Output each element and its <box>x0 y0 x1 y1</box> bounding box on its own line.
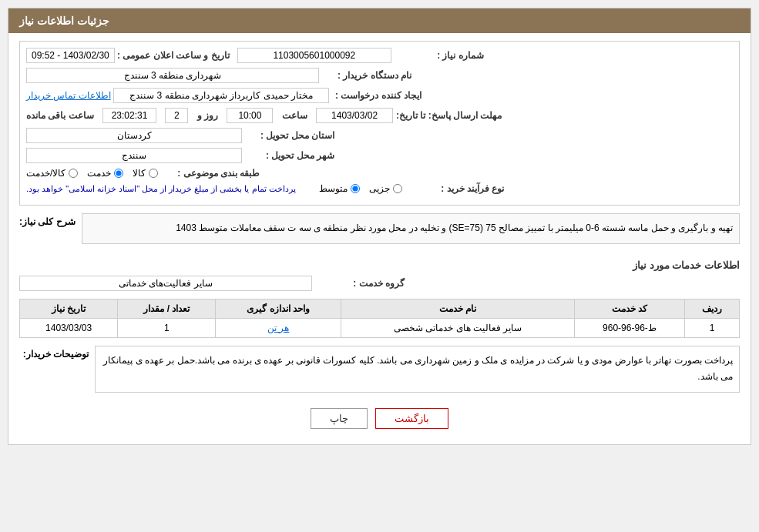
process-row: نوع فرآیند خرید : جزیی متوسط پرداخت تمام… <box>26 183 733 194</box>
page-content: شماره نیاز : 1103005601000092 تاریخ و سا… <box>8 33 751 444</box>
buyer-note-label: توضیحات خریدار: <box>19 346 89 360</box>
process-motavasset-group: متوسط <box>319 183 360 194</box>
category-both-radio[interactable] <box>69 169 78 178</box>
table-section: ردیف کد خدمت نام خدمت واحد اندازه گیری ت… <box>19 299 740 338</box>
category-kala-radio[interactable] <box>149 169 158 178</box>
process-jozi-label: جزیی <box>369 183 390 194</box>
col-date: تاریخ نیاز <box>20 299 118 318</box>
creator-row: ایجاد کننده درخواست : مختار حمیدی کاربرد… <box>26 88 733 103</box>
process-motavasset-radio[interactable] <box>351 184 360 193</box>
announce-date-label: تاریخ و ساعت اعلان عمومی : <box>117 50 230 61</box>
province-row: استان محل تحویل : کردستان <box>26 128 733 143</box>
services-title: اطلاعات خدمات مورد نیاز <box>19 259 740 271</box>
services-table: ردیف کد خدمت نام خدمت واحد اندازه گیری ت… <box>19 299 740 338</box>
province-label: استان محل تحویل : <box>242 130 334 141</box>
col-count: تعداد / مقدار <box>118 299 216 318</box>
col-code: کد خدمت <box>574 299 684 318</box>
description-text: تهیه و بارگیری و حمل ماسه شسته 6-0 میلیم… <box>176 223 733 233</box>
remaining-value: 23:02:31 <box>102 108 156 123</box>
days-label: روز و <box>197 110 218 121</box>
col-unit: واحد اندازه گیری <box>216 299 341 318</box>
col-name: نام خدمت <box>341 299 575 318</box>
buyer-org-row: نام دستگاه خریدار : شهرداری منطقه 3 سنند… <box>26 68 733 83</box>
services-group-label: گروه خدمت : <box>312 278 405 289</box>
buyer-note-text: پرداخت بصورت تهاتر با عوارض مودی و یا شر… <box>103 355 733 383</box>
print-button[interactable]: چاپ <box>311 408 368 429</box>
category-both-label: کالا/خدمت <box>26 168 65 179</box>
services-section: اطلاعات خدمات مورد نیاز گروه خدمت : سایر… <box>19 259 740 291</box>
buyer-note-section: پرداخت بصورت تهاتر با عوارض مودی و یا شر… <box>19 346 740 400</box>
creator-value: مختار حمیدی کاربرداز شهرداری منطقه 3 سنن… <box>113 88 329 103</box>
province-value: کردستان <box>26 128 242 143</box>
description-box: تهیه و بارگیری و حمل ماسه شسته 6-0 میلیم… <box>82 213 740 244</box>
category-kala-label: کالا <box>133 168 146 179</box>
buyer-org-value: شهرداری منطقه 3 سنندج <box>26 68 319 83</box>
need-number-label: شماره نیاز : <box>391 50 484 61</box>
category-both-group: کالا/خدمت <box>26 168 78 179</box>
category-khedmat-label: خدمت <box>87 168 111 179</box>
description-title: شرح کلی نیاز: <box>19 213 76 227</box>
process-label: نوع فرآیند خرید : <box>411 183 504 194</box>
main-container: جزئیات اطلاعات نیاز شماره نیاز : 1103005… <box>8 8 751 445</box>
cell-unit[interactable]: هر تن <box>216 318 341 337</box>
process-text: پرداخت تمام یا بخشی از مبلغ خریدار از مح… <box>26 184 296 194</box>
city-label: شهر محل تحویل : <box>242 150 334 161</box>
table-row: 1 ط-96-96-960 سایر فعالیت های خدماتی شخص… <box>20 318 740 337</box>
need-number-value: 1103005601000092 <box>237 48 391 63</box>
city-value: سنندج <box>26 148 242 163</box>
category-khedmat-group: خدمت <box>87 168 123 179</box>
send-date-label: مهلت ارسال پاسخ: تا تاریخ: <box>396 110 502 121</box>
page-header: جزئیات اطلاعات نیاز <box>8 8 751 33</box>
services-group-row: گروه خدمت : سایر فعالیت‌های خدماتی <box>19 276 740 291</box>
announce-date-value: 1403/02/30 - 09:52 <box>26 48 115 63</box>
back-button[interactable]: بازگشت <box>375 408 448 429</box>
page-title: جزئیات اطلاعات نیاز <box>19 15 109 27</box>
creator-link[interactable]: اطلاعات تماس خریدار <box>26 90 111 101</box>
time-label: ساعت <box>282 110 307 121</box>
need-number-row: شماره نیاز : 1103005601000092 تاریخ و سا… <box>26 48 733 63</box>
col-row: ردیف <box>685 299 740 318</box>
cell-code: ط-96-96-960 <box>574 318 684 337</box>
cell-name: سایر فعالیت های خدماتی شخصی <box>341 318 575 337</box>
buttons-row: بازگشت چاپ <box>19 408 740 429</box>
process-jozi-radio[interactable] <box>393 184 402 193</box>
date-value: 1403/03/02 <box>316 108 393 123</box>
send-date-row: مهلت ارسال پاسخ: تا تاریخ: 1403/03/02 سا… <box>26 108 733 123</box>
category-label: طبقه بندی موضوعی : <box>167 168 260 179</box>
city-row: شهر محل تحویل : سنندج <box>26 148 733 163</box>
services-group-value: سایر فعالیت‌های خدماتی <box>19 276 312 291</box>
description-section: تهیه و بارگیری و حمل ماسه شسته 6-0 میلیم… <box>19 213 740 252</box>
info-section: شماره نیاز : 1103005601000092 تاریخ و سا… <box>19 41 740 206</box>
days-value: 2 <box>165 108 188 123</box>
buyer-org-label: نام دستگاه خریدار : <box>319 70 411 81</box>
category-row: طبقه بندی موضوعی : کالا خدمت کالا/خدمت <box>26 168 733 179</box>
cell-row: 1 <box>685 318 740 337</box>
time-value: 10:00 <box>227 108 273 123</box>
buyer-note-box: پرداخت بصورت تهاتر با عوارض مودی و یا شر… <box>95 346 740 393</box>
remaining-label: ساعت باقی مانده <box>26 110 94 121</box>
creator-label: ایجاد کننده درخواست : <box>329 90 421 101</box>
category-kala-group: کالا <box>133 168 158 179</box>
process-jozi-group: جزیی <box>369 183 402 194</box>
category-khedmat-radio[interactable] <box>114 169 123 178</box>
cell-date: 1403/03/03 <box>20 318 118 337</box>
cell-count: 1 <box>118 318 216 337</box>
process-motavasset-label: متوسط <box>319 183 348 194</box>
